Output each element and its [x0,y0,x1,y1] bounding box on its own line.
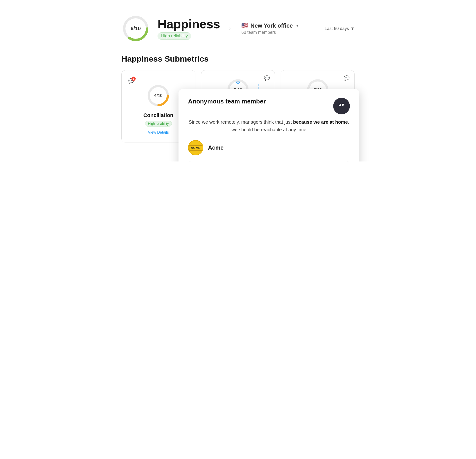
org-name: Acme [208,144,223,151]
team-members-count: 68 team members [241,30,299,35]
card-badge-conciliation: High reliability [145,121,172,126]
response-box: At Acme, we want our employees to achiev… [188,161,350,161]
quote-avatar: ❝❞ [333,98,350,114]
chat-icon-teamwork: 💬 [264,75,270,81]
org-row: ACME Acme [188,140,350,155]
card-icon-balance: 💬 [344,75,350,81]
header-section: 6/10 Happiness High reliability › 🇺🇸 New… [121,14,355,43]
page-title: Happiness [158,17,220,31]
cards-container: 💬 3 4/10 Conciliation High reliability V… [121,70,355,142]
location-name: New York office [250,22,293,29]
card-icon-wrapper: 💬 3 [128,78,134,84]
card-gauge-conciliation: 4/10 [146,84,170,108]
main-gauge: 6/10 [121,14,150,43]
card-score-conciliation: 4/10 [154,93,162,98]
quote-icon: ❝❞ [338,102,345,110]
card-icon-teamwork: 💬 [264,75,270,81]
modal-quote: Since we work remotely, managers think t… [188,118,350,134]
location-section: 🇺🇸 New York office ▼ 68 team members [241,22,299,35]
acme-logo-text: ACME [189,145,202,150]
header-info: Happiness High reliability [158,17,220,40]
reliability-badge: High reliability [158,32,191,40]
quote-text-before: Since we work remotely, managers think t… [189,119,293,125]
time-filter-chevron: ▼ [350,26,355,31]
flag-icon: 🇺🇸 [241,22,248,29]
notification-badge: 3 [131,76,136,81]
feedback-modal: Anonymous team member ❝❞ Since we work r… [178,89,359,161]
org-logo: ACME [188,140,203,155]
submetrics-title: Happiness Submetrics [121,54,355,64]
modal-header: Anonymous team member ❝❞ [188,98,350,114]
chat-icon-balance: 💬 [344,75,350,81]
location-chevron[interactable]: ▼ [296,24,299,28]
modal-anonymous-label: Anonymous team member [188,98,333,105]
breadcrumb-arrow: › [229,25,231,32]
main-gauge-score: 6/10 [131,25,141,32]
quote-bold: because we are at home [293,119,348,125]
time-filter[interactable]: Last 60 days ▼ [325,26,355,31]
time-filter-label: Last 60 days [325,26,349,31]
